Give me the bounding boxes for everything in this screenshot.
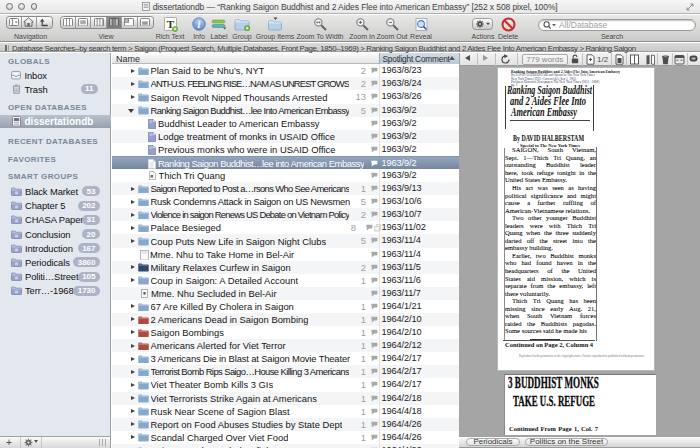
svg-text:i: i [198,19,201,30]
